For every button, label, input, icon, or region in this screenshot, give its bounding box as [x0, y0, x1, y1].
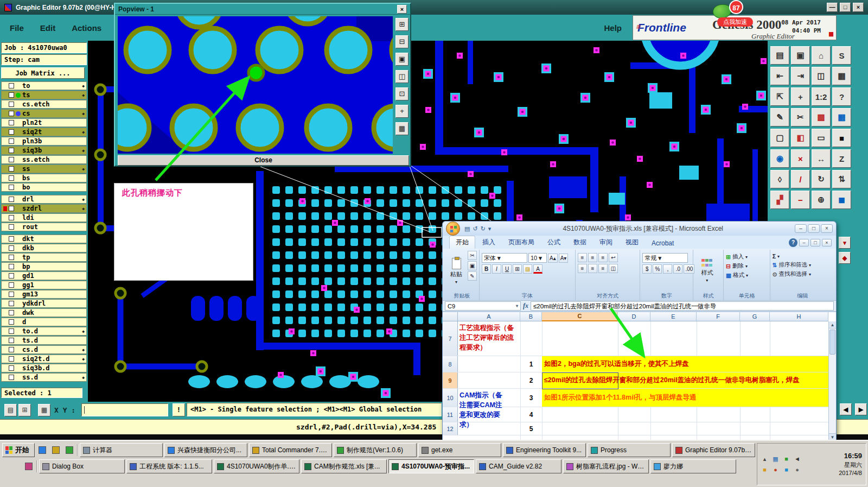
- tray-shield-icon[interactable]: ■: [781, 454, 792, 464]
- layer-row[interactable]: siq2t ◆: [1, 128, 87, 136]
- layer-row[interactable]: dkb: [1, 244, 87, 252]
- layer-checkbox[interactable]: [9, 83, 14, 88]
- menu-item-help[interactable]: Help: [604, 23, 622, 33]
- popview-crosshair-icon[interactable]: +: [395, 105, 409, 118]
- scale-1-2-icon[interactable]: 1:2: [812, 87, 831, 106]
- excel-sheet[interactable]: ABCDEFGH 7 工艺流程指示（备 注工艺评审后的流 程要求） 8 1 如图…: [443, 312, 836, 440]
- layer-row[interactable]: gm13: [1, 290, 87, 299]
- layer-row[interactable]: ss ◆: [1, 165, 87, 173]
- tray-mail-icon[interactable]: ■: [760, 465, 770, 475]
- menu-item[interactable]: Actions: [72, 23, 101, 33]
- layer-checkbox[interactable]: [9, 347, 14, 352]
- taskbar-button[interactable]: Dialog Box: [39, 459, 125, 473]
- ribbon-tab[interactable]: 页面布局: [502, 236, 540, 249]
- excel-minimize-button[interactable]: ‒: [795, 224, 807, 233]
- xy-input[interactable]: [81, 403, 168, 416]
- layer-checkbox[interactable]: [9, 157, 14, 162]
- align-bottom-icon[interactable]: ≡: [598, 253, 608, 262]
- currency-icon[interactable]: $: [642, 264, 652, 274]
- tray-network-icon[interactable]: ▦: [770, 454, 781, 464]
- taskbar-button[interactable]: CAM制作规范.xls [兼...: [301, 459, 387, 473]
- align-top-icon[interactable]: ≡: [578, 253, 587, 262]
- measure-icon[interactable]: ↔: [812, 149, 831, 168]
- workbook-restore-button[interactable]: □: [810, 239, 820, 246]
- layer-checkbox[interactable]: [9, 365, 14, 371]
- layer-checkbox[interactable]: [9, 166, 14, 172]
- italic-button[interactable]: I: [492, 264, 501, 274]
- formula-input[interactable]: ≤20mil的过孔去除阻焊开窗和部分超过20mil盖油的过孔统一做非导: [531, 301, 834, 311]
- alert-button[interactable]: !: [173, 403, 185, 416]
- monitor-icon[interactable]: ▣: [791, 46, 810, 65]
- layer-row[interactable]: pln2t: [1, 118, 87, 127]
- pad-matrix-icon[interactable]: ▩: [812, 108, 831, 127]
- taskbar-button[interactable]: 树脂塞孔流程.jpg - Win...: [563, 459, 649, 473]
- aux-tool-1[interactable]: ▾: [839, 237, 851, 249]
- layer-row[interactable]: bs: [1, 174, 87, 182]
- sheet-row-9[interactable]: 9 2 ≤20mil的过孔去除阻焊开窗和部分超过20mil盖油的过孔统一做非导电…: [443, 372, 828, 389]
- column-header[interactable]: E: [650, 312, 697, 321]
- save-icon[interactable]: ▤: [464, 225, 470, 232]
- layer-checkbox[interactable]: [9, 319, 14, 325]
- pattern-icon[interactable]: ▞: [770, 191, 789, 209]
- slash-icon[interactable]: /: [791, 170, 810, 188]
- align-right-icon[interactable]: ≡: [598, 264, 608, 273]
- nets-icon[interactable]: ◉: [770, 149, 789, 168]
- layer-row[interactable]: gd1: [1, 271, 87, 280]
- layer-checkbox[interactable]: [9, 92, 14, 98]
- taskbar-button[interactable]: Graphic Editor 9.07b2 ...: [672, 443, 755, 457]
- find-select-button[interactable]: ⊙查找和选择▾: [773, 270, 811, 278]
- layer-row[interactable]: ydkdrl: [1, 299, 87, 308]
- pan-center-icon[interactable]: +: [791, 87, 810, 106]
- quick-media-icon[interactable]: [63, 444, 75, 456]
- taskbar-button[interactable]: Engineering Toolkit 9...: [503, 443, 586, 457]
- tray-up-icon[interactable]: ▴: [760, 454, 770, 464]
- align-center-icon[interactable]: ≡: [588, 264, 597, 273]
- layer-row[interactable]: gg1: [1, 281, 87, 289]
- ribbon-tab[interactable]: 视图: [620, 236, 644, 249]
- taskbar-button[interactable]: get.exe: [418, 443, 501, 457]
- row-header[interactable]: 10: [443, 389, 458, 407]
- sort-filter-button[interactable]: ⇅排序和筛选▾: [773, 261, 811, 269]
- layer-checkbox[interactable]: [9, 282, 14, 288]
- profile-icon[interactable]: ▢: [770, 129, 789, 147]
- popview-title-bar[interactable]: Popview - 1 ×: [115, 4, 410, 15]
- ribbon-tab[interactable]: 插入: [476, 236, 501, 249]
- percent-icon[interactable]: %: [653, 264, 662, 274]
- help-icon[interactable]: ?: [832, 87, 851, 106]
- layer-row[interactable]: ldi: [1, 213, 87, 222]
- scroll-left-button[interactable]: ◀: [840, 403, 852, 415]
- quick-desktop-icon[interactable]: [50, 444, 62, 456]
- layer-row[interactable]: to ◆: [1, 81, 87, 90]
- layer-row[interactable]: d: [1, 318, 87, 326]
- shrink-font-icon[interactable]: A▾: [559, 254, 569, 263]
- cell-b10[interactable]: 3: [520, 389, 542, 407]
- layer-checkbox[interactable]: [9, 301, 14, 306]
- layer-checkbox[interactable]: [9, 111, 14, 116]
- snap-grid-button[interactable]: ⊞: [18, 404, 31, 416]
- wrap-text-icon[interactable]: ↩: [609, 253, 618, 262]
- layer-row[interactable]: to.d ◆: [1, 327, 87, 336]
- layer-row[interactable]: cs ◆: [1, 109, 87, 118]
- flip-icon[interactable]: ⇅: [832, 170, 851, 188]
- import-icon[interactable]: ⇤: [770, 67, 789, 85]
- ribbon-tab[interactable]: Acrobat: [646, 238, 680, 249]
- layer-row[interactable]: ss.etch: [1, 155, 87, 164]
- knife-icon[interactable]: ✂: [791, 108, 810, 127]
- insert-cells-button[interactable]: ⊞插入▾: [726, 253, 748, 261]
- popview-window-icon[interactable]: ▣: [395, 53, 409, 66]
- layer-checkbox[interactable]: [9, 197, 14, 202]
- tray-ime-icon[interactable]: ●: [792, 465, 802, 475]
- layer-row[interactable]: tp: [1, 253, 87, 262]
- layer-checkbox[interactable]: [9, 206, 14, 211]
- popview-canvas[interactable]: [118, 16, 393, 154]
- bold-button[interactable]: B: [482, 264, 491, 274]
- fit-view-icon[interactable]: ⇱: [770, 87, 789, 106]
- cell-a10-merged[interactable]: CAM指示（备 注需要CAM注 意和更改的要 求）: [459, 390, 519, 430]
- column-header[interactable]: F: [697, 312, 740, 321]
- moved-via-pad[interactable]: [248, 65, 264, 80]
- excel-help-icon[interactable]: ?: [789, 238, 797, 247]
- add-pad-icon[interactable]: ⊕: [812, 191, 831, 209]
- layer-checkbox[interactable]: [9, 245, 14, 251]
- office-button[interactable]: [446, 222, 460, 236]
- taskbar-button[interactable]: Total Commander 7.0 ...: [249, 443, 332, 457]
